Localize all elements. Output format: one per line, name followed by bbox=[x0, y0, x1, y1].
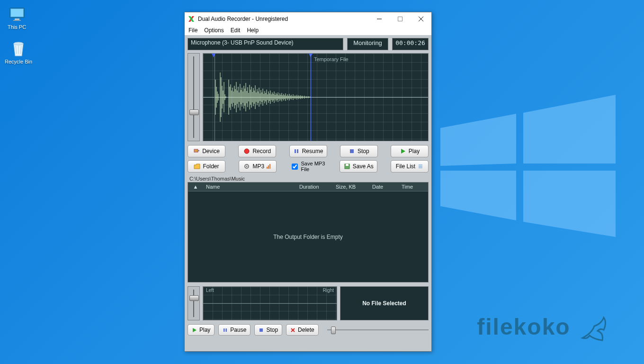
playback-position-slider[interactable] bbox=[327, 325, 429, 335]
waveform-icon bbox=[215, 54, 312, 141]
preview-stop-button[interactable]: Stop bbox=[254, 324, 282, 336]
svg-rect-111 bbox=[295, 149, 296, 153]
play-icon bbox=[400, 148, 406, 155]
menu-file[interactable]: File bbox=[188, 27, 197, 34]
col-date[interactable]: Date bbox=[369, 184, 399, 190]
close-button[interactable] bbox=[411, 12, 431, 26]
window-title: Dual Audio Recorder - Unregistered bbox=[198, 16, 369, 22]
equalizer-icon bbox=[267, 164, 271, 169]
save-mp3-checkbox[interactable]: Save MP3 File bbox=[290, 160, 327, 173]
device-display[interactable]: Microphone (3- USB PnP Sound Device) bbox=[188, 38, 343, 50]
menu-options[interactable]: Options bbox=[204, 27, 224, 34]
desktop-icon-this-pc[interactable]: This PC bbox=[8, 6, 26, 30]
device-icon bbox=[193, 148, 200, 155]
file-list-button[interactable]: File List bbox=[391, 160, 429, 173]
waveform-label: Temporary File bbox=[314, 56, 349, 62]
channel-left-label: Left bbox=[206, 288, 214, 293]
list-icon bbox=[418, 164, 423, 169]
col-time[interactable]: Time bbox=[399, 184, 428, 190]
mp3-settings-button[interactable]: MP3 bbox=[239, 160, 277, 173]
svg-rect-118 bbox=[269, 164, 270, 169]
file-list[interactable]: ▲ Name Duration Size, KB Date Time The O… bbox=[188, 182, 429, 282]
svg-rect-120 bbox=[346, 164, 349, 166]
pause-icon bbox=[223, 328, 228, 333]
slider-knob[interactable] bbox=[331, 327, 336, 334]
svg-rect-1 bbox=[11, 9, 23, 17]
fader-knob[interactable] bbox=[189, 295, 199, 301]
stop-button[interactable]: Stop bbox=[340, 145, 378, 157]
desktop-icon-recycle-bin[interactable]: Recycle Bin bbox=[5, 40, 32, 64]
svg-rect-3 bbox=[13, 20, 21, 21]
svg-rect-7 bbox=[398, 17, 402, 21]
device-button[interactable]: Device bbox=[188, 145, 225, 157]
col-size[interactable]: Size, KB bbox=[333, 184, 369, 190]
channel-right-label: Right bbox=[323, 288, 334, 293]
maximize-button[interactable] bbox=[390, 12, 411, 26]
delete-button[interactable]: Delete bbox=[286, 324, 319, 336]
output-level-fader[interactable] bbox=[188, 286, 200, 320]
folder-icon bbox=[194, 163, 200, 170]
bird-icon bbox=[578, 312, 611, 345]
svg-rect-109 bbox=[198, 150, 199, 151]
input-level-fader[interactable] bbox=[188, 53, 200, 141]
preview-play-button[interactable]: Play bbox=[188, 324, 215, 336]
sort-indicator-icon[interactable]: ▲ bbox=[188, 184, 203, 190]
save-as-button[interactable]: Save As bbox=[340, 160, 377, 173]
record-icon bbox=[243, 148, 250, 155]
svg-rect-126 bbox=[259, 328, 263, 332]
x-icon bbox=[290, 328, 295, 333]
col-duration[interactable]: Duration bbox=[296, 184, 333, 190]
svg-rect-117 bbox=[268, 165, 269, 169]
save-icon bbox=[344, 163, 350, 170]
stop-icon bbox=[259, 328, 264, 333]
menubar: File Options Edit Help bbox=[185, 26, 431, 35]
desktop-icon-label: Recycle Bin bbox=[5, 59, 32, 64]
file-list-empty: The Output Folder is Empty bbox=[188, 191, 428, 282]
resume-button[interactable]: Resume bbox=[289, 145, 327, 157]
file-list-header[interactable]: ▲ Name Duration Size, KB Date Time bbox=[188, 182, 428, 191]
svg-rect-113 bbox=[350, 149, 354, 153]
desktop-icon-label: This PC bbox=[8, 24, 26, 30]
fader-knob[interactable] bbox=[189, 109, 199, 115]
svg-rect-112 bbox=[297, 149, 298, 153]
app-icon bbox=[188, 15, 195, 23]
app-window: Dual Audio Recorder - Unregistered File … bbox=[184, 12, 432, 352]
timer-display: 00:00:26 bbox=[392, 38, 429, 50]
col-name[interactable]: Name bbox=[203, 184, 296, 190]
preview-pause-button[interactable]: Pause bbox=[218, 324, 250, 336]
windows-logo-bg bbox=[426, 95, 625, 237]
checkbox-icon[interactable] bbox=[292, 164, 298, 170]
monitor-icon bbox=[9, 6, 26, 23]
svg-rect-125 bbox=[226, 328, 227, 332]
output-path: C:\Users\Thomas\Music bbox=[188, 175, 429, 182]
folder-button[interactable]: Folder bbox=[188, 160, 225, 173]
svg-point-110 bbox=[244, 149, 249, 154]
svg-point-115 bbox=[246, 166, 248, 167]
gear-icon bbox=[243, 163, 250, 170]
bin-icon bbox=[10, 40, 27, 57]
svg-rect-116 bbox=[267, 167, 268, 169]
svg-rect-108 bbox=[194, 149, 198, 152]
no-file-display: No File Selected bbox=[340, 286, 429, 320]
svg-rect-124 bbox=[224, 328, 225, 332]
play-icon bbox=[192, 328, 197, 333]
titlebar[interactable]: Dual Audio Recorder - Unregistered bbox=[185, 12, 431, 26]
stop-icon bbox=[349, 148, 355, 155]
play-button[interactable]: Play bbox=[391, 145, 429, 157]
svg-rect-2 bbox=[15, 18, 19, 20]
menu-help[interactable]: Help bbox=[247, 27, 259, 34]
pause-icon bbox=[293, 148, 300, 155]
menu-edit[interactable]: Edit bbox=[231, 27, 241, 34]
status-display: Monitoring bbox=[347, 38, 388, 50]
minimize-button[interactable] bbox=[369, 12, 390, 26]
svg-point-4 bbox=[14, 42, 23, 45]
watermark: filekoko bbox=[477, 312, 611, 345]
waveform-display[interactable]: Temporary File bbox=[203, 53, 429, 141]
record-button[interactable]: Record bbox=[238, 145, 276, 157]
preview-waveform[interactable]: Left Right bbox=[203, 286, 337, 320]
